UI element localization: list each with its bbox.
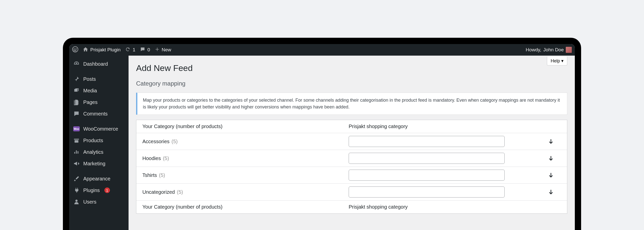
sidebar-item-label: Comments xyxy=(83,111,108,117)
update-count-badge: 1 xyxy=(104,187,110,193)
sidebar-item-users[interactable]: Users xyxy=(69,196,129,208)
sidebar-item-plugins[interactable]: Plugins1 xyxy=(69,184,129,196)
category-mapping-input[interactable] xyxy=(349,186,505,198)
megaphone-icon xyxy=(73,160,80,167)
sidebar-item-label: Posts xyxy=(83,76,96,82)
arrow-down-icon xyxy=(548,155,554,162)
category-name-cell: Accessories(5) xyxy=(142,139,349,144)
apply-down-button[interactable] xyxy=(541,172,561,178)
new-label: New xyxy=(162,47,171,53)
sidebar-item-comments[interactable]: Comments xyxy=(69,108,129,120)
table-row: Tshirts(5) xyxy=(136,167,567,183)
sidebar-item-media[interactable]: Media xyxy=(69,85,129,96)
sidebar-item-label: Plugins xyxy=(83,187,100,193)
category-mapping-input[interactable] xyxy=(349,170,505,181)
apply-down-button[interactable] xyxy=(541,155,561,162)
site-name-link[interactable]: Prisjakt Plugin xyxy=(83,47,120,53)
media-icon xyxy=(73,87,80,94)
category-name-cell: Uncategorized(5) xyxy=(142,189,349,195)
help-button[interactable]: Help ▾ xyxy=(547,57,567,65)
home-icon xyxy=(83,47,88,53)
arrow-down-icon xyxy=(548,172,554,178)
sidebar-item-woocommerce[interactable]: WooWooCommerce xyxy=(69,123,129,135)
col-header-right: Prisjakt shopping category xyxy=(349,124,561,129)
svg-point-1 xyxy=(75,90,76,91)
plug-icon xyxy=(73,187,80,194)
category-mapping-input[interactable] xyxy=(349,136,505,147)
user-name: John Doe xyxy=(543,47,564,53)
wordpress-icon xyxy=(72,46,78,54)
sidebar-item-label: Media xyxy=(83,88,97,94)
category-name: Uncategorized xyxy=(142,189,175,195)
screen: Prisjakt Plugin 1 0 xyxy=(69,44,575,230)
category-count: (5) xyxy=(159,172,165,178)
analytics-icon xyxy=(73,149,80,155)
comments-count: 0 xyxy=(147,47,150,53)
category-count: (5) xyxy=(172,139,178,144)
avatar xyxy=(566,47,572,53)
sidebar-item-label: Analytics xyxy=(83,149,103,155)
sidebar-item-label: Appearance xyxy=(83,176,110,182)
arrow-down-icon xyxy=(548,189,554,195)
category-count: (5) xyxy=(163,156,169,161)
sidebar-item-label: Pages xyxy=(83,99,98,105)
arrow-down-icon xyxy=(548,138,554,145)
sidebar-item-label: WooCommerce xyxy=(83,126,118,132)
table-footer: Your Category (number of products) Prisj… xyxy=(136,200,567,213)
content-area: Help ▾ Add New Feed Category mapping Map… xyxy=(129,56,575,230)
page-title: Add New Feed xyxy=(136,56,567,73)
user-menu[interactable]: Howdy, John Doe xyxy=(526,47,572,53)
updates-link[interactable]: 1 xyxy=(125,47,135,53)
category-mapping-input[interactable] xyxy=(349,153,505,164)
woo-icon: Woo xyxy=(73,126,80,132)
sidebar-item-label: Marketing xyxy=(83,161,105,167)
comment-icon xyxy=(73,110,80,117)
col-footer-left: Your Category (number of products) xyxy=(142,204,349,210)
svg-point-2 xyxy=(75,200,78,202)
sidebar-item-pages[interactable]: Pages xyxy=(69,96,129,108)
sidebar-item-appearance[interactable]: Appearance xyxy=(69,173,129,184)
wp-logo[interactable] xyxy=(72,46,78,54)
category-mapping-table: Your Category (number of products) Prisj… xyxy=(136,120,567,214)
howdy-prefix: Howdy, xyxy=(526,47,541,53)
plus-icon xyxy=(155,47,160,53)
table-row: Accessories(5) xyxy=(136,133,567,150)
new-content-link[interactable]: New xyxy=(155,47,171,53)
sidebar-item-posts[interactable]: Posts xyxy=(69,73,129,85)
category-name: Hoodies xyxy=(142,156,161,161)
category-name-cell: Hoodies(5) xyxy=(142,156,349,161)
dashboard-icon xyxy=(73,61,80,67)
category-count: (5) xyxy=(177,189,183,195)
laptop-frame: Prisjakt Plugin 1 0 xyxy=(63,38,581,230)
admin-sidebar: DashboardPostsMediaPagesCommentsWooWooCo… xyxy=(69,56,129,230)
comments-link[interactable]: 0 xyxy=(140,47,150,53)
site-name-text: Prisjakt Plugin xyxy=(90,47,120,53)
brush-icon xyxy=(73,175,80,182)
admin-bar: Prisjakt Plugin 1 0 xyxy=(69,44,575,56)
sidebar-item-marketing[interactable]: Marketing xyxy=(69,158,129,169)
sidebar-item-products[interactable]: Products xyxy=(69,135,129,146)
table-header: Your Category (number of products) Prisj… xyxy=(136,120,567,133)
category-name-cell: Tshirts(5) xyxy=(142,172,349,178)
sidebar-item-analytics[interactable]: Analytics xyxy=(69,146,129,158)
col-footer-right: Prisjakt shopping category xyxy=(349,204,561,210)
products-icon xyxy=(73,137,80,144)
user-icon xyxy=(73,199,80,205)
apply-down-button[interactable] xyxy=(541,138,561,145)
sidebar-item-label: Products xyxy=(83,138,103,143)
section-title: Category mapping xyxy=(136,80,567,87)
sidebar-item-dashboard[interactable]: Dashboard xyxy=(69,58,129,70)
updates-count: 1 xyxy=(133,47,135,53)
apply-down-button[interactable] xyxy=(541,189,561,195)
category-name: Tshirts xyxy=(142,172,157,178)
refresh-icon xyxy=(125,47,131,53)
pages-icon xyxy=(73,99,80,105)
pin-icon xyxy=(73,76,80,82)
comment-icon xyxy=(140,47,145,53)
category-name: Accessories xyxy=(142,139,170,144)
sidebar-item-label: Dashboard xyxy=(83,61,108,67)
info-notice: Map your products or categories to the c… xyxy=(136,93,567,115)
col-header-left: Your Category (number of products) xyxy=(142,124,349,129)
table-row: Uncategorized(5) xyxy=(136,183,567,200)
table-row: Hoodies(5) xyxy=(136,150,567,167)
